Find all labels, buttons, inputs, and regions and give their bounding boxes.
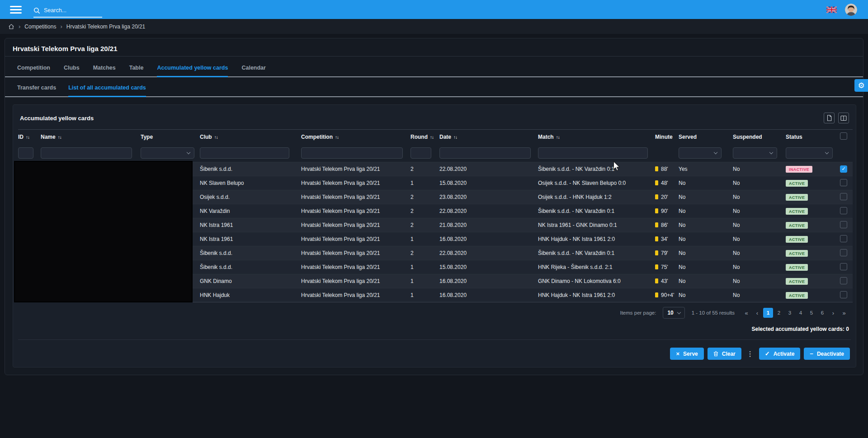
id-filter-input[interactable] (18, 147, 33, 159)
cell-served: No (679, 246, 733, 260)
page-number-button[interactable]: 1 (763, 308, 773, 318)
type-filter-select[interactable] (141, 147, 194, 159)
round-filter-input[interactable] (410, 147, 431, 159)
cell-select (840, 176, 853, 190)
settings-gear-button[interactable]: ⚙ (854, 79, 868, 92)
row-checkbox[interactable] (840, 221, 847, 228)
col-status: Status (786, 130, 840, 144)
chevron-down-icon (714, 151, 717, 154)
cell-select (840, 246, 853, 260)
columns-button[interactable] (838, 113, 849, 123)
tab-accumulated-yellow-cards[interactable]: Accumulated yellow cards (157, 64, 228, 77)
sort-icon[interactable]: ↑↓ (556, 135, 560, 140)
cell-served: No (679, 218, 733, 232)
cell-select (840, 190, 853, 204)
page-number-button[interactable]: 4 (796, 308, 806, 318)
status-badge: INACTIVE (786, 166, 812, 173)
subtab-transfer-cards[interactable]: Transfer cards (17, 84, 56, 97)
row-checkbox[interactable] (840, 207, 847, 214)
row-checkbox[interactable] (840, 249, 847, 256)
tab-competition[interactable]: Competition (17, 64, 50, 77)
kebab-menu-icon[interactable]: ⋮ (745, 350, 755, 358)
first-page-button[interactable]: « (741, 308, 751, 318)
last-page-button[interactable]: » (839, 308, 849, 318)
main-tabs: Competition Clubs Matches Table Accumula… (5, 57, 863, 77)
cell-match: Šibenik s.d.d. - NK Varaždin 0:1 (538, 204, 655, 218)
cell-competition: Hrvatski Telekom Prva liga 20/21 (301, 246, 410, 260)
row-checkbox[interactable] (840, 235, 847, 242)
uk-flag-icon[interactable] (826, 6, 837, 13)
page-number-button[interactable]: 3 (785, 308, 795, 318)
cell-minute: 88' (655, 162, 679, 176)
cell-status: ACTIVE (786, 260, 840, 274)
serve-button[interactable]: × Serve (670, 348, 703, 360)
competition-filter-input[interactable] (301, 147, 403, 159)
hamburger-menu-icon[interactable] (10, 6, 22, 14)
yellow-card-icon (655, 292, 658, 297)
page-number-button[interactable]: 6 (817, 308, 827, 318)
name-filter-input[interactable] (41, 147, 132, 159)
breadcrumb-current[interactable]: Hrvatski Telekom Prva liga 20/21 (66, 24, 146, 30)
competition-card: Hrvatski Telekom Prva liga 20/21 Competi… (5, 38, 863, 375)
sort-icon[interactable]: ↑↓ (58, 135, 61, 140)
cell-club: Šibenik s.d.d. (200, 162, 301, 176)
breadcrumb-competitions[interactable]: Competitions (24, 24, 56, 30)
match-filter-input[interactable] (538, 147, 648, 159)
trash-icon (713, 351, 718, 357)
tab-calendar[interactable]: Calendar (241, 64, 266, 77)
status-filter-select[interactable] (786, 147, 833, 159)
panel-title: Accumulated yellow cards (20, 115, 94, 122)
search-input[interactable] (44, 7, 96, 14)
tab-matches[interactable]: Matches (93, 64, 116, 77)
clear-button[interactable]: Clear (708, 348, 741, 360)
col-select (840, 130, 853, 144)
cell-competition: Hrvatski Telekom Prva liga 20/21 (301, 274, 410, 288)
row-checkbox[interactable] (840, 193, 847, 200)
subtab-list-of-all-accumulated-cards[interactable]: List of all accumulated cards (68, 84, 146, 97)
row-checkbox[interactable] (840, 179, 847, 186)
top-bar (0, 0, 868, 19)
cell-club: HNK Hajduk (200, 288, 301, 302)
sort-icon[interactable]: ↑↓ (430, 135, 434, 140)
deactivate-button[interactable]: − Deactivate (804, 348, 850, 360)
breadcrumb-separator: › (19, 23, 20, 30)
served-filter-select[interactable] (679, 147, 722, 159)
tab-clubs[interactable]: Clubs (64, 64, 80, 77)
page-number-button[interactable]: 5 (807, 308, 816, 318)
activate-button[interactable]: ✓ Activate (759, 348, 801, 360)
suspended-filter-select[interactable] (733, 147, 777, 159)
cell-competition: Hrvatski Telekom Prva liga 20/21 (301, 204, 410, 218)
col-served: Served (679, 130, 733, 144)
row-checkbox[interactable]: ✓ (840, 165, 847, 173)
sub-tabs: Transfer cards List of all accumulated c… (5, 77, 863, 97)
sort-icon[interactable]: ↑↓ (453, 135, 457, 140)
sort-icon[interactable]: ↑↓ (214, 135, 218, 140)
cell-select (840, 232, 853, 246)
search-box[interactable] (33, 7, 102, 18)
cell-round: 2 (410, 204, 439, 218)
row-checkbox[interactable] (840, 263, 847, 270)
club-filter-input[interactable] (200, 147, 289, 159)
date-filter-input[interactable] (439, 147, 531, 159)
row-checkbox[interactable] (840, 277, 847, 284)
page-number-button[interactable]: 2 (774, 308, 784, 318)
export-button[interactable] (824, 113, 835, 123)
cell-select (840, 260, 853, 274)
row-checkbox[interactable] (840, 291, 847, 298)
items-per-page-select[interactable]: 10 (663, 307, 684, 319)
action-buttons: × Serve Clear ⋮ ✓ Activate − Deactivate (18, 348, 851, 360)
sort-icon[interactable]: ↑↓ (335, 135, 339, 140)
select-all-checkbox[interactable] (840, 132, 847, 140)
user-avatar[interactable] (845, 4, 857, 16)
cell-match: Šibenik s.d.d. - NK Varaždin 0:1 (538, 246, 655, 260)
cell-status: ACTIVE (786, 176, 840, 190)
tab-table[interactable]: Table (129, 64, 144, 77)
cell-suspended: No (733, 190, 786, 204)
yellow-card-icon (655, 236, 658, 241)
sort-icon[interactable]: ↑↓ (26, 135, 29, 140)
yellow-card-icon (655, 222, 658, 227)
col-date: Date↑↓ (439, 130, 538, 144)
next-page-button[interactable]: › (828, 308, 838, 318)
previous-page-button[interactable]: ‹ (752, 308, 762, 318)
home-icon[interactable] (8, 24, 14, 30)
